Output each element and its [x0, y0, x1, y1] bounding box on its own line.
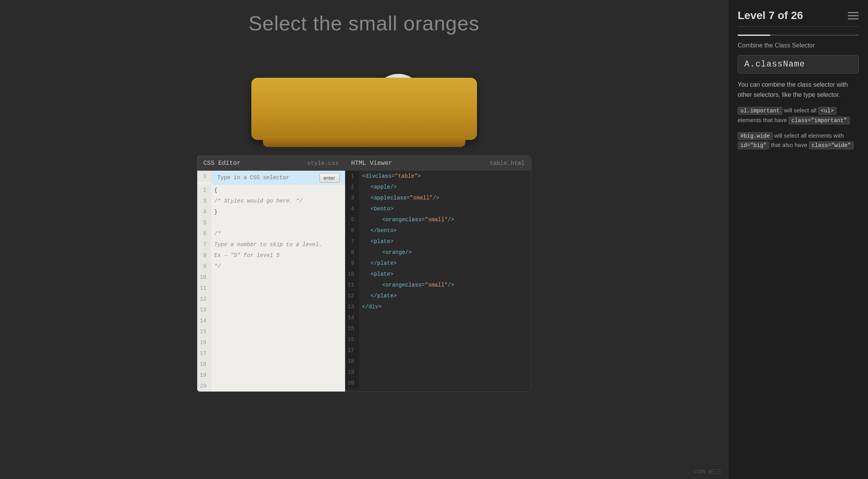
- html-line-12: 12 </plate>: [345, 290, 531, 301]
- ln12: 12: [197, 294, 211, 304]
- css-line-5: 5: [197, 217, 345, 228]
- level-indicator: Level 7 of 26: [738, 9, 803, 22]
- css-line-8: 8 Ex → "5" for level 5: [197, 250, 345, 261]
- sidebar-header: Level 7 of 26: [738, 9, 859, 27]
- ln11: 11: [197, 283, 211, 294]
- tray-container: [244, 47, 485, 140]
- code-example-box: A.className: [738, 55, 859, 73]
- menu-line-2: [848, 15, 859, 16]
- ln15: 15: [197, 326, 211, 337]
- line-num-5: 5: [197, 217, 211, 228]
- tray-base: [263, 136, 465, 147]
- line-num-8: 8: [197, 250, 211, 261]
- html-viewer-header: HTML Viewer table.html: [345, 156, 531, 171]
- ln13: 13: [197, 304, 211, 315]
- html-viewer-filename: table.html: [489, 160, 524, 167]
- tray: [251, 78, 477, 140]
- html-line-9: 9 </plate>: [345, 258, 531, 269]
- example1-attr: class="important": [789, 117, 850, 124]
- css-line-7: 7 Type a number to skip to a level.: [197, 239, 345, 250]
- css-line-6-content: /*: [211, 228, 345, 239]
- css-input-line[interactable]: enter: [211, 171, 345, 185]
- css-line-5-content: [211, 217, 345, 228]
- sidebar: Level 7 of 26 Combine the Class Selector…: [728, 0, 868, 479]
- css-line-7-content: Type a number to skip to a level.: [211, 239, 345, 250]
- ln20: 20: [197, 381, 211, 392]
- line-num-6: 6: [197, 228, 211, 239]
- css-line-3-content: /* Styles would go here. */: [211, 196, 345, 206]
- css-line-2-content: {: [211, 185, 345, 196]
- css-editor-filename: style.css: [307, 160, 338, 167]
- css-editor-content: 1 enter 2 { 3 /* Styles would go here. *…: [197, 171, 345, 392]
- line-num-3: 3: [197, 196, 211, 206]
- example1-paragraph: ul.important will select all <ul> elemen…: [738, 106, 859, 125]
- html-line-11: 11 <orange class="small"/>: [345, 280, 531, 290]
- html-viewer-panel: HTML Viewer table.html 1 <div class="tab…: [345, 156, 531, 392]
- editors-container: CSS Editor style.css 1 enter 2 {: [197, 156, 531, 392]
- example1-tag: <ul>: [818, 107, 837, 115]
- example2-desc-before: will select all elements with: [774, 132, 844, 139]
- css-line-6: 6 /*: [197, 228, 345, 239]
- main-content: Select the small oranges: [0, 0, 728, 479]
- line-num-2: 2: [197, 185, 211, 196]
- html-line-7: 7 <plate>: [345, 236, 531, 247]
- menu-line-1: [848, 12, 859, 13]
- css-line-8-content: Ex → "5" for level 5: [211, 250, 345, 261]
- progress-bar-fill: [738, 35, 770, 36]
- progress-bar-container: [738, 35, 859, 36]
- html-line-8: 8 <orange/>: [345, 247, 531, 258]
- css-editor-label: CSS Editor: [203, 160, 241, 167]
- ln18: 18: [197, 359, 211, 370]
- css-line-9: 9 */: [197, 261, 345, 272]
- example1-code: ul.important: [738, 107, 782, 115]
- line-num-9: 9: [197, 261, 211, 272]
- html-line-4: 4 <bento>: [345, 203, 531, 214]
- menu-line-3: [848, 18, 859, 19]
- html-line-6: 6 </bento>: [345, 225, 531, 236]
- ln19: 19: [197, 370, 211, 381]
- css-line-9-content: */: [211, 261, 345, 272]
- enter-button[interactable]: enter: [319, 173, 340, 183]
- menu-icon[interactable]: [848, 12, 859, 19]
- html-line-10: 10 <plate>: [345, 269, 531, 280]
- css-line-1: 1 enter: [197, 171, 345, 185]
- css-editor-panel: CSS Editor style.css 1 enter 2 {: [197, 156, 345, 392]
- css-line-3: 3 /* Styles would go here. */: [197, 196, 345, 206]
- ln16: 16: [197, 337, 211, 348]
- css-line-2: 2 {: [197, 185, 345, 196]
- ln17: 17: [197, 348, 211, 359]
- html-line-1: 1 <div class="table">: [345, 171, 531, 182]
- line-num-7: 7: [197, 239, 211, 250]
- css-line-4-content: }: [211, 206, 345, 217]
- css-line-4: 4 }: [197, 206, 345, 217]
- page-title: Select the small oranges: [249, 12, 479, 35]
- css-editor-header: CSS Editor style.css: [197, 156, 345, 171]
- ln10: 10: [197, 272, 211, 283]
- html-viewer-label: HTML Viewer: [351, 160, 393, 167]
- line-num-1: 1: [197, 171, 211, 182]
- example1-desc-before: will select all: [784, 107, 816, 114]
- example1-desc-after: elements that have: [738, 117, 787, 123]
- example2-attr1: id="big": [738, 142, 769, 149]
- html-line-3: 3 <apple class="small"/>: [345, 192, 531, 203]
- sidebar-section-title: Combine the Class Selector: [738, 42, 859, 49]
- html-line-2: 2 <apple/>: [345, 182, 531, 192]
- example2-attr2: class="wide": [809, 142, 854, 149]
- ln14: 14: [197, 315, 211, 326]
- sidebar-description: You can combine the class selector with …: [738, 80, 859, 100]
- html-line-5: 5 <orange class="small"/>: [345, 214, 531, 225]
- example2-paragraph: #big.wide will select all elements with …: [738, 131, 859, 150]
- html-line-13: 13 </div>: [345, 301, 531, 312]
- html-viewer-content: 1 <div class="table"> 2 <apple/> 3 <appl…: [345, 171, 531, 392]
- css-selector-input[interactable]: [214, 173, 319, 183]
- line-num-4: 4: [197, 206, 211, 217]
- watermark: CSDN @三三: [693, 468, 722, 475]
- example2-desc-middle: that also have: [771, 142, 807, 148]
- example2-code: #big.wide: [738, 132, 773, 140]
